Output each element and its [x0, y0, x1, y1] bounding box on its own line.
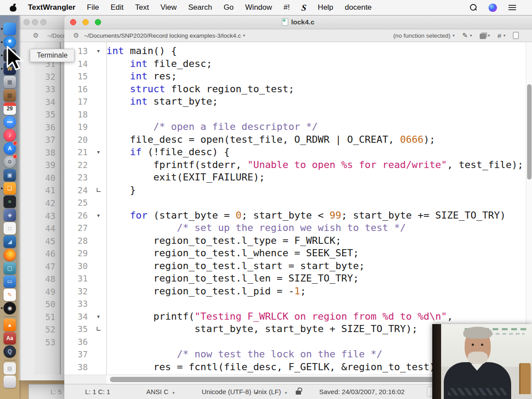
fold-open-icon[interactable]: ▾: [90, 313, 106, 320]
code-text: printf("Testing F_WRLCK on region from %…: [106, 310, 453, 323]
notification-center-icon[interactable]: [509, 5, 516, 10]
wall-shadow: [432, 324, 441, 399]
code-line[interactable]: 13▾int main() {: [64, 45, 526, 58]
books-icon: ❏: [4, 182, 16, 195]
dock-item-messages[interactable]: •••: [0, 115, 20, 129]
vertical-scrollbar-thumb[interactable]: [527, 84, 532, 180]
line-ending-popup[interactable]: Unix (LF) ▾: [254, 388, 287, 395]
dock-item-image-capture[interactable]: ▦: [0, 75, 20, 89]
file-path[interactable]: ~/Documents/SNP2020/Record locking examp…: [84, 32, 241, 39]
code-line[interactable]: 33: [64, 297, 526, 310]
code-line[interactable]: 21▾ if (!file_desc) {: [64, 146, 526, 159]
fold-open-icon[interactable]: ▾: [90, 48, 106, 54]
dock-item-textedit[interactable]: ✎: [0, 288, 20, 301]
virtualbox-icon: ◈: [4, 209, 16, 221]
code-line[interactable]: 16 struct flock region_to_test;: [64, 83, 526, 96]
code-line[interactable]: 22 fprintf(stderr, "Unable to open %s fo…: [64, 159, 526, 172]
menu-item-edit[interactable]: Edit: [110, 3, 123, 12]
code-line[interactable]: 34▾ printf("Testing F_WRLCK on region fr…: [64, 310, 526, 323]
code-text: }: [106, 184, 136, 197]
path-bar: ⚙ ~/Documents/SNP2020/Record locking exa…: [64, 29, 532, 42]
dock-item-contacts[interactable]: ▤: [0, 89, 20, 102]
dock-item-screen-sharing[interactable]: ▢: [0, 262, 20, 275]
apple-menu-icon[interactable]: [10, 4, 16, 12]
activity-monitor-icon: ≈: [4, 196, 16, 208]
menu-item-[interactable]: #!: [284, 3, 290, 12]
new-document-icon[interactable]: [513, 32, 519, 39]
dock-item-trash[interactable]: [0, 375, 20, 388]
fold-open-icon[interactable]: ▾: [90, 149, 106, 155]
code-line[interactable]: 15 int res;: [64, 70, 526, 83]
dock-item-system-preferences[interactable]: ⚙: [0, 155, 20, 168]
background-window-2[interactable]: L: 5: [28, 384, 68, 399]
code-text: region_to_test.l_start = start_byte;: [106, 260, 365, 273]
bg-minimize-button[interactable]: [32, 19, 38, 25]
menu-item-text[interactable]: Text: [135, 3, 149, 12]
menu-item-search[interactable]: Search: [188, 3, 212, 12]
menu-item-file[interactable]: File: [87, 3, 99, 12]
bg-close-button[interactable]: [23, 19, 30, 25]
dock-item-quicktime[interactable]: Q: [0, 345, 20, 358]
dock-item-vlc[interactable]: ▲: [0, 318, 20, 332]
code-line[interactable]: 31 region_to_test.l_len = SIZE_TO_TRY;: [64, 272, 526, 285]
siri-icon[interactable]: [489, 4, 497, 12]
bg-editor-content: 3132333435363738394041424344454647484950…: [18, 42, 66, 375]
code-text: region_to_test.l_whence = SEEK_SET;: [106, 247, 359, 260]
counterparts-popup[interactable]: # ▾: [497, 32, 505, 39]
documents-popup[interactable]: ▾: [480, 32, 490, 39]
code-line[interactable]: 18: [64, 108, 526, 121]
code-line[interactable]: 27 /* set up the region we wish to test …: [64, 222, 526, 235]
user-menu[interactable]: docente: [345, 3, 372, 12]
menu-app-name[interactable]: TextWrangler: [28, 3, 75, 12]
finder-icon: [4, 23, 16, 35]
code-line[interactable]: 17 int start_byte;: [64, 95, 526, 108]
bg-zoom-button[interactable]: [40, 19, 47, 25]
title-bar[interactable]: lock4.c: [64, 16, 532, 29]
dock-item-virtualbox[interactable]: ◈: [0, 208, 20, 222]
hash-caret-icon: ▾: [503, 33, 505, 38]
code-line[interactable]: 26▾ for (start_byte = 0; start_byte < 99…: [64, 209, 526, 222]
code-line[interactable]: 24 }: [64, 184, 526, 197]
dock-item-music[interactable]: ♪: [0, 129, 20, 142]
dock-item-dictionary[interactable]: Aa: [0, 332, 20, 345]
fold-open-icon[interactable]: ▾: [90, 212, 106, 219]
dock-item-textwrangler-doc[interactable]: □: [0, 222, 20, 235]
code-line[interactable]: 20 file_desc = open(test_file, O_RDWR | …: [64, 133, 526, 146]
code-line[interactable]: 32 region_to_test.l_pid = -1;: [64, 285, 526, 298]
dock-item-activity-monitor[interactable]: ≈: [0, 195, 20, 208]
dock-item-wireshark[interactable]: ◢: [0, 235, 20, 248]
dock-item-generic-document[interactable]: ▤: [0, 362, 20, 375]
bg-gear-icon[interactable]: ⚙: [33, 31, 39, 39]
encoding-popup[interactable]: Unicode (UTF-8) ▾: [202, 388, 257, 395]
document-proxy-icon[interactable]: [282, 18, 288, 26]
code-line[interactable]: 23 exit(EXIT_FAILURE);: [64, 171, 526, 184]
dock-item-books[interactable]: ❏: [0, 182, 20, 195]
notification-badge: [13, 141, 17, 145]
background-window[interactable]: ⚙ ~/Docu 3132333435363738394041424344454…: [18, 16, 66, 380]
code-line[interactable]: 30 region_to_test.l_start = start_byte;: [64, 260, 526, 273]
menu-item-view[interactable]: View: [160, 3, 177, 12]
code-line[interactable]: 14 int file_desc;: [64, 58, 526, 70]
menu-item-go[interactable]: Go: [223, 3, 234, 12]
spotlight-search-icon[interactable]: [470, 4, 477, 11]
dock-item-finder[interactable]: [0, 22, 20, 35]
dock-item-remote-desktop[interactable]: ▣: [0, 168, 20, 182]
language-popup[interactable]: ANSI C ▾: [146, 388, 175, 395]
gear-icon[interactable]: ⚙: [73, 31, 79, 39]
code-line[interactable]: 25: [64, 196, 526, 209]
menu-item-window[interactable]: Window: [245, 3, 272, 12]
menu-help[interactable]: Help: [318, 3, 333, 12]
function-popup[interactable]: (no function selected) ▾: [393, 32, 455, 39]
code-line[interactable]: 29 region_to_test.l_whence = SEEK_SET;: [64, 247, 526, 260]
dock-item-calendar[interactable]: 29: [0, 102, 20, 115]
dock-item-firefox[interactable]: [0, 248, 20, 262]
dock-item-app-store[interactable]: A: [0, 142, 20, 155]
unlocked-icon[interactable]: [296, 391, 301, 395]
running-indicator: [1, 307, 3, 309]
dock-item-keynote[interactable]: ▭: [0, 275, 20, 288]
marker-popup[interactable]: ✎ ▾: [462, 31, 472, 39]
dock-item-obs[interactable]: ◉: [0, 301, 20, 315]
applescript-menu-icon[interactable]: S: [301, 3, 307, 13]
code-line[interactable]: 19 /* open a file descriptor */: [64, 121, 526, 133]
code-line[interactable]: 28 region_to_test.l_type = F_WRLCK;: [64, 235, 526, 247]
